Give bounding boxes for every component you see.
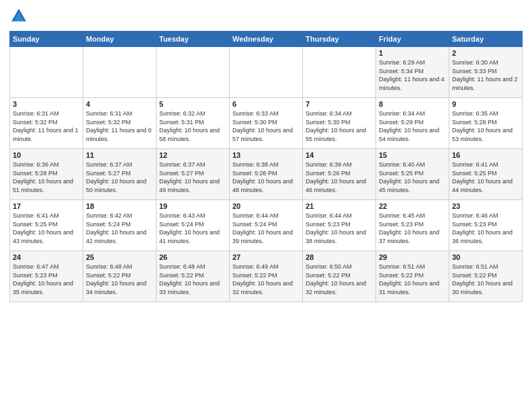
calendar-cell <box>157 47 230 98</box>
logo-icon <box>9 7 28 26</box>
day-info: Sunrise: 6:30 AM Sunset: 5:33 PM Dayligh… <box>452 58 519 92</box>
day-number: 10 <box>13 151 80 159</box>
day-info: Sunrise: 6:32 AM Sunset: 5:31 PM Dayligh… <box>159 109 226 143</box>
weekday-header: Tuesday <box>157 32 230 47</box>
weekday-header: Friday <box>376 32 449 47</box>
day-number: 15 <box>379 151 446 159</box>
day-info: Sunrise: 6:41 AM Sunset: 5:25 PM Dayligh… <box>13 212 80 245</box>
day-info: Sunrise: 6:42 AM Sunset: 5:24 PM Dayligh… <box>86 212 153 245</box>
day-number: 24 <box>13 253 80 261</box>
day-info: Sunrise: 6:44 AM Sunset: 5:23 PM Dayligh… <box>306 212 373 245</box>
calendar-cell: 4Sunrise: 6:31 AM Sunset: 5:32 PM Daylig… <box>83 98 157 149</box>
calendar-cell: 20Sunrise: 6:44 AM Sunset: 5:24 PM Dayli… <box>230 200 303 251</box>
calendar-cell: 3Sunrise: 6:31 AM Sunset: 5:32 PM Daylig… <box>10 98 83 149</box>
day-number: 27 <box>232 253 300 261</box>
day-number: 23 <box>452 202 519 210</box>
day-number: 29 <box>379 253 446 261</box>
day-number: 11 <box>86 151 153 159</box>
weekday-header-row: SundayMondayTuesdayWednesdayThursdayFrid… <box>10 32 523 47</box>
page-container: SundayMondayTuesdayWednesdayThursdayFrid… <box>0 0 532 308</box>
calendar-cell: 8Sunrise: 6:34 AM Sunset: 5:29 PM Daylig… <box>376 98 449 149</box>
weekday-header: Sunday <box>10 32 83 47</box>
day-number: 26 <box>159 253 226 261</box>
calendar-cell: 2Sunrise: 6:30 AM Sunset: 5:33 PM Daylig… <box>449 47 523 98</box>
day-info: Sunrise: 6:33 AM Sunset: 5:30 PM Dayligh… <box>232 109 300 143</box>
calendar-cell: 17Sunrise: 6:41 AM Sunset: 5:25 PM Dayli… <box>10 200 83 251</box>
day-number: 19 <box>159 202 226 210</box>
weekday-header: Thursday <box>303 32 376 47</box>
calendar-cell: 16Sunrise: 6:41 AM Sunset: 5:25 PM Dayli… <box>449 149 523 200</box>
calendar-cell <box>230 47 303 98</box>
day-number: 8 <box>379 100 446 108</box>
calendar-cell: 19Sunrise: 6:43 AM Sunset: 5:24 PM Dayli… <box>157 200 230 251</box>
calendar-cell: 11Sunrise: 6:37 AM Sunset: 5:27 PM Dayli… <box>83 149 157 200</box>
calendar-week-row: 3Sunrise: 6:31 AM Sunset: 5:32 PM Daylig… <box>10 98 523 149</box>
calendar-table: SundayMondayTuesdayWednesdayThursdayFrid… <box>9 31 523 302</box>
day-info: Sunrise: 6:51 AM Sunset: 5:22 PM Dayligh… <box>379 263 446 296</box>
weekday-header: Monday <box>83 32 157 47</box>
day-number: 30 <box>452 253 519 261</box>
day-number: 25 <box>86 253 153 261</box>
calendar-cell: 23Sunrise: 6:46 AM Sunset: 5:23 PM Dayli… <box>449 200 523 251</box>
day-info: Sunrise: 6:46 AM Sunset: 5:23 PM Dayligh… <box>452 212 519 245</box>
calendar-cell: 5Sunrise: 6:32 AM Sunset: 5:31 PM Daylig… <box>157 98 230 149</box>
day-number: 14 <box>306 151 373 159</box>
day-number: 18 <box>86 202 153 210</box>
calendar-cell: 15Sunrise: 6:40 AM Sunset: 5:25 PM Dayli… <box>376 149 449 200</box>
day-number: 9 <box>452 100 519 108</box>
calendar-cell <box>83 47 157 98</box>
calendar-cell: 29Sunrise: 6:51 AM Sunset: 5:22 PM Dayli… <box>376 251 449 302</box>
day-info: Sunrise: 6:35 AM Sunset: 5:28 PM Dayligh… <box>452 109 519 143</box>
calendar-cell: 22Sunrise: 6:45 AM Sunset: 5:23 PM Dayli… <box>376 200 449 251</box>
calendar-cell: 26Sunrise: 6:48 AM Sunset: 5:22 PM Dayli… <box>157 251 230 302</box>
calendar-cell: 7Sunrise: 6:34 AM Sunset: 5:30 PM Daylig… <box>303 98 376 149</box>
day-info: Sunrise: 6:31 AM Sunset: 5:32 PM Dayligh… <box>86 109 153 143</box>
day-info: Sunrise: 6:29 AM Sunset: 5:34 PM Dayligh… <box>379 58 446 92</box>
calendar-week-row: 17Sunrise: 6:41 AM Sunset: 5:25 PM Dayli… <box>10 200 523 251</box>
calendar-week-row: 10Sunrise: 6:36 AM Sunset: 5:28 PM Dayli… <box>10 149 523 200</box>
calendar-cell: 24Sunrise: 6:47 AM Sunset: 5:23 PM Dayli… <box>10 251 83 302</box>
day-info: Sunrise: 6:45 AM Sunset: 5:23 PM Dayligh… <box>379 212 446 245</box>
calendar-cell: 12Sunrise: 6:37 AM Sunset: 5:27 PM Dayli… <box>157 149 230 200</box>
day-info: Sunrise: 6:37 AM Sunset: 5:27 PM Dayligh… <box>159 161 226 194</box>
day-info: Sunrise: 6:31 AM Sunset: 5:32 PM Dayligh… <box>13 109 80 143</box>
day-number: 12 <box>159 151 226 159</box>
calendar-cell: 1Sunrise: 6:29 AM Sunset: 5:34 PM Daylig… <box>376 47 449 98</box>
day-number: 20 <box>232 202 300 210</box>
day-number: 1 <box>379 49 446 57</box>
day-number: 5 <box>159 100 226 108</box>
calendar-cell: 30Sunrise: 6:51 AM Sunset: 5:22 PM Dayli… <box>449 251 523 302</box>
day-info: Sunrise: 6:39 AM Sunset: 5:26 PM Dayligh… <box>306 161 373 194</box>
day-number: 2 <box>452 49 519 57</box>
calendar-week-row: 1Sunrise: 6:29 AM Sunset: 5:34 PM Daylig… <box>10 47 523 98</box>
calendar-cell: 21Sunrise: 6:44 AM Sunset: 5:23 PM Dayli… <box>303 200 376 251</box>
calendar-cell: 13Sunrise: 6:38 AM Sunset: 5:26 PM Dayli… <box>230 149 303 200</box>
calendar-cell: 18Sunrise: 6:42 AM Sunset: 5:24 PM Dayli… <box>83 200 157 251</box>
day-info: Sunrise: 6:36 AM Sunset: 5:28 PM Dayligh… <box>13 161 80 194</box>
day-info: Sunrise: 6:37 AM Sunset: 5:27 PM Dayligh… <box>86 161 153 194</box>
calendar-cell: 27Sunrise: 6:49 AM Sunset: 5:22 PM Dayli… <box>230 251 303 302</box>
calendar-cell: 25Sunrise: 6:48 AM Sunset: 5:22 PM Dayli… <box>83 251 157 302</box>
calendar-cell: 14Sunrise: 6:39 AM Sunset: 5:26 PM Dayli… <box>303 149 376 200</box>
day-number: 7 <box>306 100 373 108</box>
calendar-cell: 6Sunrise: 6:33 AM Sunset: 5:30 PM Daylig… <box>230 98 303 149</box>
calendar-week-row: 24Sunrise: 6:47 AM Sunset: 5:23 PM Dayli… <box>10 251 523 302</box>
day-number: 6 <box>232 100 300 108</box>
calendar-cell: 9Sunrise: 6:35 AM Sunset: 5:28 PM Daylig… <box>449 98 523 149</box>
day-info: Sunrise: 6:48 AM Sunset: 5:22 PM Dayligh… <box>86 263 153 296</box>
day-info: Sunrise: 6:34 AM Sunset: 5:30 PM Dayligh… <box>306 109 373 143</box>
day-number: 3 <box>13 100 80 108</box>
day-number: 21 <box>306 202 373 210</box>
day-info: Sunrise: 6:47 AM Sunset: 5:23 PM Dayligh… <box>13 263 80 296</box>
calendar-cell: 10Sunrise: 6:36 AM Sunset: 5:28 PM Dayli… <box>10 149 83 200</box>
day-number: 4 <box>86 100 153 108</box>
day-number: 28 <box>306 253 373 261</box>
day-info: Sunrise: 6:51 AM Sunset: 5:22 PM Dayligh… <box>452 263 519 296</box>
day-info: Sunrise: 6:50 AM Sunset: 5:22 PM Dayligh… <box>306 263 373 296</box>
day-number: 13 <box>232 151 300 159</box>
day-info: Sunrise: 6:41 AM Sunset: 5:25 PM Dayligh… <box>452 161 519 194</box>
day-info: Sunrise: 6:43 AM Sunset: 5:24 PM Dayligh… <box>159 212 226 245</box>
weekday-header: Saturday <box>449 32 523 47</box>
calendar-cell: 28Sunrise: 6:50 AM Sunset: 5:22 PM Dayli… <box>303 251 376 302</box>
logo <box>9 7 31 26</box>
